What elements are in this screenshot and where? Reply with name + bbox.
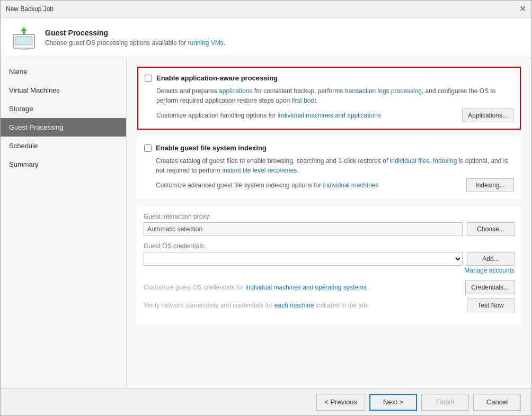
sidebar-item-schedule[interactable]: Schedule	[1, 137, 126, 155]
content-area: Name Virtual Machines Storage Guest Proc…	[1, 58, 531, 388]
guest-indexing-checkbox-row: Enable guest file system indexing	[144, 144, 514, 152]
guest-indexing-customize-text: Customize advanced guest file system ind…	[156, 182, 378, 189]
svg-marker-3	[21, 27, 27, 34]
app-aware-customize-row: Customize application handling options f…	[156, 108, 513, 122]
credentials-input-row: Add...	[144, 252, 515, 266]
credentials-button[interactable]: Credentials...	[465, 281, 515, 294]
cancel-button[interactable]: Cancel	[473, 394, 521, 411]
svg-rect-2	[20, 48, 28, 50]
proxy-label: Guest interaction proxy:	[144, 213, 515, 220]
guest-indexing-customize-row: Customize advanced guest file system ind…	[156, 178, 514, 192]
header: Guest Processing Choose guest OS process…	[1, 17, 531, 58]
manage-accounts-link[interactable]: Manage accounts	[144, 267, 515, 274]
window-title: New Backup Job	[6, 5, 54, 13]
credentials-group: Guest OS credentials: Add... Manage acco…	[144, 242, 515, 274]
sidebar-item-virtual-machines[interactable]: Virtual Machines	[1, 81, 126, 100]
previous-button[interactable]: < Previous	[316, 394, 365, 411]
indexing-link-machines: individual machines	[323, 182, 379, 189]
svg-rect-1	[15, 37, 32, 45]
header-text: Guest Processing Choose guest OS process…	[45, 29, 225, 47]
test-now-row: Verify network connectivity and credenti…	[144, 299, 515, 312]
titlebar: New Backup Job ✕	[1, 1, 531, 17]
header-link: running VMs	[188, 39, 224, 47]
app-aware-label: Enable application-aware processing	[156, 74, 278, 82]
proxy-input[interactable]	[144, 222, 463, 236]
footer: < Previous Next > Finish Cancel	[1, 388, 531, 415]
customize-link-machines: individual machines and operating system…	[245, 284, 367, 291]
close-button[interactable]: ✕	[519, 5, 526, 13]
proxy-group: Guest interaction proxy: Choose...	[144, 213, 515, 236]
vm-icon	[11, 25, 37, 50]
next-button[interactable]: Next >	[369, 394, 417, 411]
form-section: Guest interaction proxy: Choose... Guest…	[137, 206, 521, 325]
app-aware-checkbox[interactable]	[145, 75, 152, 82]
guest-indexing-desc1: Creates catalog of guest files to enable…	[156, 156, 514, 175]
test-link-machine: each machine	[274, 302, 314, 309]
indexing-button[interactable]: Indexing...	[466, 178, 514, 192]
app-aware-section: Enable application-aware processing Dete…	[137, 67, 521, 130]
proxy-input-row: Choose...	[144, 222, 515, 236]
sidebar-item-guest-processing[interactable]: Guest Processing	[1, 118, 126, 137]
app-aware-link-logs: transaction logs processing	[345, 87, 422, 95]
credentials-label: Guest OS credentials:	[144, 242, 515, 250]
test-now-text: Verify network connectivity and credenti…	[144, 302, 467, 309]
app-aware-link-first-boot: first boot	[291, 97, 316, 104]
guest-indexing-section: Enable guest file system indexing Create…	[137, 137, 521, 199]
sidebar-item-storage[interactable]: Storage	[1, 100, 126, 118]
sidebar-item-summary[interactable]: Summary	[1, 155, 126, 174]
indexing-link-files: individual files	[390, 157, 430, 165]
customize-credentials-text: Customize guest OS credentials for indiv…	[144, 284, 465, 291]
test-now-button[interactable]: Test Now	[467, 299, 515, 312]
guest-indexing-label: Enable guest file system indexing	[156, 144, 267, 152]
main-panel: Enable application-aware processing Dete…	[127, 58, 531, 388]
credentials-select[interactable]	[144, 252, 463, 266]
app-aware-customize-text: Customize application handling options f…	[156, 112, 381, 119]
guest-indexing-checkbox[interactable]	[144, 144, 152, 152]
add-button[interactable]: Add...	[467, 252, 515, 266]
app-aware-link-applications: applications	[219, 87, 252, 95]
app-aware-link-individual: individual machines and applications	[278, 112, 381, 119]
main-window: New Backup Job ✕ Guest Processing Choose…	[0, 0, 532, 416]
sidebar-item-name[interactable]: Name	[1, 62, 126, 81]
finish-button[interactable]: Finish	[421, 394, 469, 411]
header-title: Guest Processing	[45, 29, 225, 37]
app-aware-desc1: Detects and prepares applications for co…	[156, 86, 513, 105]
indexing-link-indexing: Indexing	[433, 157, 457, 165]
indexing-link-recovery: instant file level recoveries	[222, 167, 297, 174]
sidebar: Name Virtual Machines Storage Guest Proc…	[1, 58, 127, 388]
header-subtitle: Choose guest OS processing options avail…	[45, 39, 225, 47]
customize-credentials-row: Customize guest OS credentials for indiv…	[144, 281, 515, 294]
choose-button[interactable]: Choose...	[467, 222, 515, 236]
applications-button[interactable]: Applications...	[462, 108, 513, 122]
app-aware-checkbox-row: Enable application-aware processing	[145, 74, 513, 82]
